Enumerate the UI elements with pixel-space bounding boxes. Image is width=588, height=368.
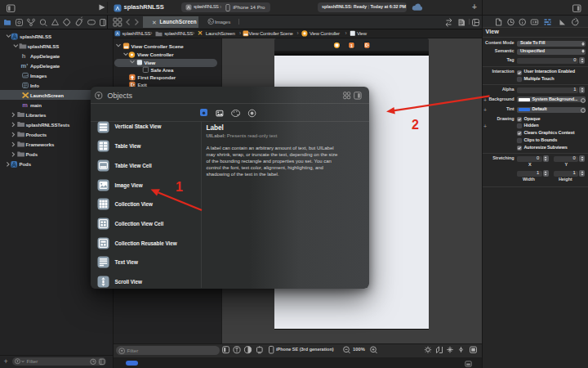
svg-text:2: 2 (412, 118, 419, 132)
svg-text:1: 1 (176, 180, 183, 194)
